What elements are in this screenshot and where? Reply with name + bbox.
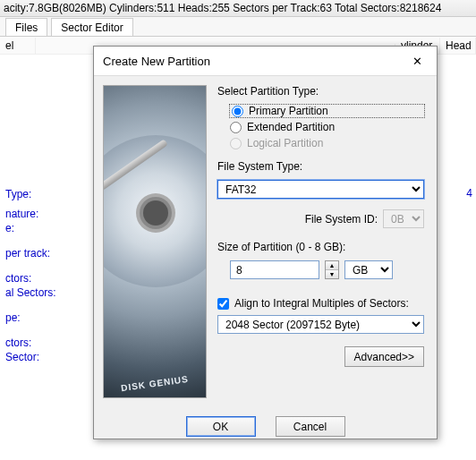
cancel-button[interactable]: Cancel — [276, 416, 345, 437]
select-partition-type-label: Select Partition Type: — [217, 85, 424, 98]
radio-extended-label: Extended Partition — [247, 121, 335, 133]
radio-logical: Logical Partition — [230, 137, 424, 149]
file-system-type-select[interactable]: FAT32 — [217, 180, 424, 199]
file-system-id-select: 0B — [383, 209, 424, 228]
file-system-type-label: File System Type: — [217, 160, 424, 173]
size-unit-select[interactable]: GB — [344, 260, 393, 279]
form-area: Select Partition Type: Primary Partition… — [217, 85, 424, 398]
spin-down-icon[interactable]: ▼ — [326, 270, 338, 278]
disk-summary-bar: acity:7.8GB(8026MB) Cylinders:511 Heads:… — [0, 0, 476, 17]
tab-files[interactable]: Files — [5, 18, 47, 36]
radio-extended[interactable]: Extended Partition — [230, 121, 424, 133]
brand-text: DISK GENIUS — [104, 371, 206, 396]
partition-type-group: Primary Partition Extended Partition Log… — [217, 105, 424, 149]
close-button[interactable]: ✕ — [404, 52, 429, 70]
spin-up-icon[interactable]: ▲ — [326, 261, 338, 270]
align-label: Align to Integral Multiples of Sectors: — [234, 297, 409, 310]
disk-illustration: DISK GENIUS — [103, 85, 207, 398]
align-checkbox[interactable] — [217, 298, 229, 310]
dialog-titlebar: Create New Partition ✕ — [94, 47, 437, 76]
size-input[interactable] — [230, 260, 319, 279]
tab-sector-editor[interactable]: Sector Editor — [51, 18, 132, 36]
dialog-footer: OK Cancel — [94, 407, 437, 449]
tab-strip: Files Sector Editor — [0, 17, 476, 37]
radio-logical-label: Logical Partition — [247, 137, 323, 149]
align-checkbox-row[interactable]: Align to Integral Multiples of Sectors: — [217, 297, 424, 310]
ok-button[interactable]: OK — [186, 416, 256, 437]
col-head: Head — [440, 38, 476, 54]
close-icon: ✕ — [412, 55, 422, 68]
create-partition-dialog: Create New Partition ✕ DISK GENIUS Selec… — [93, 46, 438, 439]
radio-extended-input[interactable] — [230, 122, 242, 133]
file-system-id-label: File System ID: — [305, 213, 378, 226]
dialog-title: Create New Partition — [103, 55, 210, 68]
advanced-button[interactable]: Advanced>> — [344, 346, 424, 367]
radio-primary-label: Primary Partition — [249, 105, 328, 117]
radio-primary-input[interactable] — [232, 106, 243, 117]
radio-primary[interactable]: Primary Partition — [230, 105, 424, 117]
value-4: 4 — [466, 187, 472, 200]
size-spinner[interactable]: ▲ ▼ — [325, 260, 339, 279]
radio-logical-input — [230, 138, 242, 149]
col-label: el — [0, 38, 36, 54]
align-sector-select[interactable]: 2048 Sector (2097152 Byte) — [217, 315, 424, 334]
size-label: Size of Partition (0 - 8 GB): — [217, 241, 424, 253]
